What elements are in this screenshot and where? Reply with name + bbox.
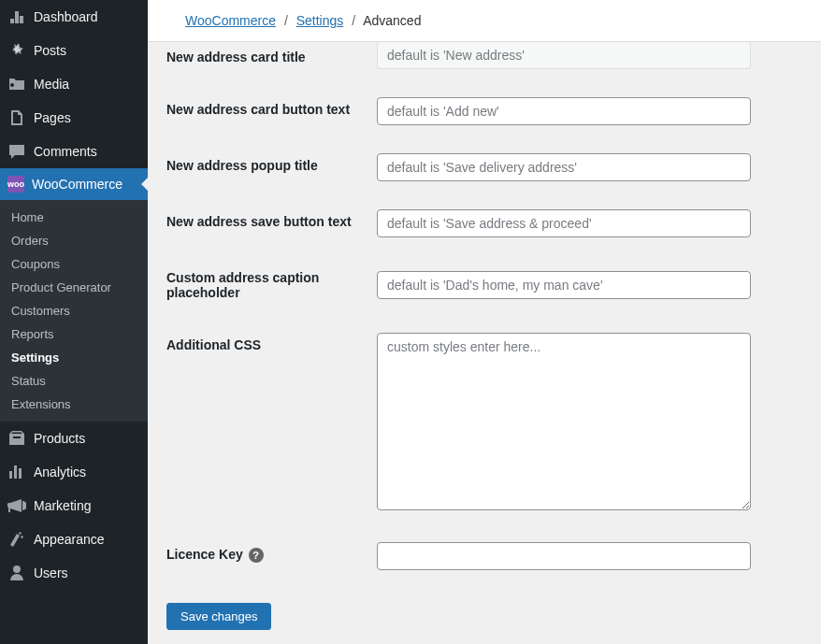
sidebar-item-label: Dashboard: [34, 9, 98, 24]
submenu-item-home[interactable]: Home: [0, 206, 148, 229]
breadcrumb: WooCommerce / Settings / Advanced: [148, 0, 821, 42]
submenu-item-customers[interactable]: Customers: [0, 299, 148, 322]
submenu-item-settings[interactable]: Settings: [0, 346, 148, 369]
field-label: New address save button text: [166, 195, 367, 251]
breadcrumb-settings[interactable]: Settings: [296, 13, 344, 28]
submenu-item-orders[interactable]: Orders: [0, 229, 148, 252]
sidebar-item-label: Posts: [34, 43, 66, 58]
admin-sidebar: DashboardPostsMediaPagesComments woo Woo…: [0, 0, 148, 644]
submenu-item-coupons[interactable]: Coupons: [0, 252, 148, 276]
sidebar-item-label: Appearance: [34, 532, 105, 547]
sidebar-item-pages[interactable]: Pages: [0, 101, 148, 135]
sidebar-item-analytics[interactable]: Analytics: [0, 455, 148, 489]
field-label: Licence Key?: [166, 528, 367, 584]
sidebar-item-products[interactable]: Products: [0, 422, 148, 455]
submenu-item-status[interactable]: Status: [0, 369, 148, 393]
submenu-item-product-generator[interactable]: Product Generator: [0, 276, 148, 299]
comments-icon: [7, 142, 26, 161]
field-label: Additional CSS: [166, 319, 367, 528]
submenu-item-reports[interactable]: Reports: [0, 322, 148, 346]
additional-css-input[interactable]: [377, 333, 751, 510]
analytics-icon: [7, 463, 26, 481]
content-area: WooCommerce / Settings / Advanced New ad…: [148, 0, 821, 644]
pages-icon: [7, 108, 26, 127]
sidebar-item-label: Marketing: [34, 498, 91, 513]
sidebar-item-appearance[interactable]: Appearance: [0, 522, 148, 556]
licence-key-input[interactable]: [377, 542, 751, 570]
field-label: New address card title: [166, 42, 367, 83]
breadcrumb-woocommerce[interactable]: WooCommerce: [185, 13, 276, 28]
sidebar-item-label: Users: [34, 565, 68, 580]
sidebar-item-label: Analytics: [34, 465, 86, 479]
woocommerce-icon: woo: [7, 176, 24, 193]
marketing-icon: [7, 496, 26, 515]
sidebar-item-users[interactable]: Users: [0, 556, 148, 590]
field-label: New address popup title: [166, 139, 367, 195]
settings-form: New address card titleNew address card b…: [148, 42, 821, 644]
field-label: New address card button text: [166, 83, 367, 139]
sidebar-item-media[interactable]: Media: [0, 67, 148, 101]
sidebar-item-marketing[interactable]: Marketing: [0, 489, 148, 522]
submenu-item-extensions[interactable]: Extensions: [0, 393, 148, 416]
sidebar-item-comments[interactable]: Comments: [0, 135, 148, 168]
save-button[interactable]: Save changes: [166, 603, 271, 630]
sidebar-item-woocommerce[interactable]: woo WooCommerce: [0, 168, 148, 200]
appearance-icon: [7, 530, 26, 549]
sidebar-item-dashboard[interactable]: Dashboard: [0, 0, 148, 34]
field-label: Custom address caption placeholder: [166, 251, 367, 319]
sidebar-item-posts[interactable]: Posts: [0, 34, 148, 67]
new-address-popup-title-input[interactable]: [377, 153, 751, 181]
sidebar-item-label: WooCommerce: [32, 177, 122, 192]
new-address-save-button-text-input[interactable]: [377, 209, 751, 237]
dashboard-icon: [7, 7, 26, 26]
woocommerce-submenu: HomeOrdersCouponsProduct GeneratorCustom…: [0, 200, 148, 422]
new-address-card-title-input[interactable]: [377, 42, 751, 69]
pin-icon: [7, 41, 26, 60]
users-icon: [7, 564, 26, 582]
sidebar-item-label: Pages: [34, 110, 71, 125]
sidebar-item-label: Comments: [34, 144, 97, 159]
breadcrumb-current: Advanced: [363, 13, 421, 28]
sidebar-item-label: Media: [34, 77, 69, 92]
products-icon: [7, 429, 26, 448]
new-address-card-button-text-input[interactable]: [377, 97, 751, 125]
sidebar-item-label: Products: [34, 431, 85, 446]
custom-address-caption-placeholder-input[interactable]: [377, 271, 751, 299]
media-icon: [7, 75, 26, 93]
help-icon[interactable]: ?: [249, 548, 264, 563]
